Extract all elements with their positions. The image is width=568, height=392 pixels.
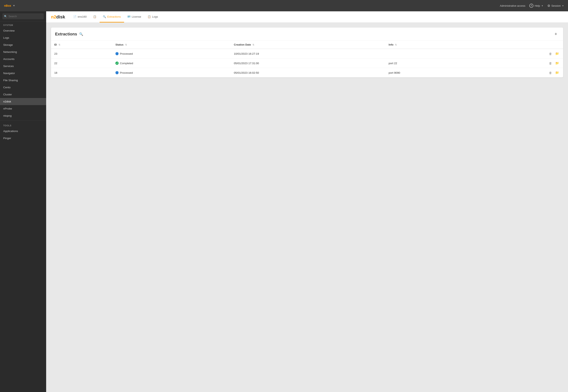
session-button[interactable]: ⚙ Session ▼ (547, 4, 564, 8)
delete-icon[interactable]: 🗑 (548, 61, 553, 65)
status-badge: ✓Completed (115, 62, 133, 65)
tab-ens160-label: ens160 (78, 15, 87, 18)
logs-tab-icon: 📋 (148, 15, 151, 18)
topbar: nBox ▼ Administrative access ? Help ▼ ⚙ … (0, 0, 568, 11)
col-header-id[interactable]: ID ⇅ (51, 41, 112, 49)
sort-date-icon: ⇅ (252, 43, 254, 46)
cell-status: ✓Completed (112, 58, 231, 68)
tab-ens160[interactable]: 📄 ens160 (70, 11, 90, 23)
sidebar-item-storage[interactable]: Storage (0, 41, 46, 48)
tab-extractions-label: Extractions (107, 15, 121, 18)
brand-prefix: nBox (4, 4, 11, 7)
search-icon: 🔍 (4, 15, 7, 18)
col-info-label: Info (389, 43, 393, 46)
gear-icon: ⚙ (547, 4, 550, 8)
content-area: Extractions 🔍 + ID ⇅ Status (46, 23, 568, 392)
sidebar-search-area: 🔍 (0, 11, 46, 21)
status-text: Processed (120, 71, 133, 74)
search-input[interactable] (2, 13, 44, 19)
table-body: 23👤Processed10/01/2023 16:27:19🗑📁22✓Comp… (51, 49, 563, 77)
help-button[interactable]: ? Help ▼ (529, 4, 543, 8)
sidebar-item-n2disk[interactable]: n2disk (0, 98, 46, 105)
help-icon: ? (529, 4, 533, 8)
table-row: 18👤Processed05/01/2023 16:02:50port 9090… (51, 68, 563, 78)
brand-dropdown-icon[interactable]: ▼ (13, 4, 15, 7)
help-caret-icon: ▼ (541, 5, 543, 7)
sidebar-item-applications[interactable]: Applications (0, 127, 46, 135)
table-header: ID ⇅ Status ⇅ Creation Date ⇅ (51, 41, 563, 49)
admin-access-label: Administrative access (500, 4, 525, 7)
status-badge: 👤Processed (115, 52, 133, 55)
cell-info: port 9090 (385, 68, 474, 78)
copy-tab-icon: 📋 (93, 15, 96, 18)
sidebar-item-cluster[interactable]: Cluster (0, 91, 46, 98)
col-header-status[interactable]: Status ⇅ (112, 41, 231, 49)
cell-actions: 🗑📁 (474, 49, 563, 58)
delete-icon[interactable]: 🗑 (548, 71, 553, 75)
folder-icon[interactable]: 📁 (554, 51, 560, 56)
sidebar: 🔍 System Overview Logs Storage Networkin… (0, 11, 46, 392)
ens160-tab-icon: 📄 (73, 15, 77, 18)
topbar-brand-area: nBox ▼ (4, 4, 15, 7)
table-row: 23👤Processed10/01/2023 16:27:19🗑📁 (51, 49, 563, 58)
topbar-right-actions: Administrative access ? Help ▼ ⚙ Session… (500, 4, 564, 8)
cell-status: 👤Processed (112, 49, 231, 58)
license-tab-icon: 🪪 (127, 15, 131, 18)
sidebar-item-file-sharing[interactable]: File Sharing (0, 77, 46, 84)
search-title-icon[interactable]: 🔍 (79, 32, 83, 36)
sidebar-item-overview[interactable]: Overview (0, 27, 46, 34)
extractions-card: Extractions 🔍 + ID ⇅ Status (51, 28, 563, 77)
app-logo: n2disk (51, 14, 65, 20)
sidebar-section-system: System (0, 21, 46, 27)
folder-icon[interactable]: 📁 (554, 61, 560, 65)
col-header-info[interactable]: Info ⇅ (385, 41, 474, 49)
cell-id: 22 (51, 58, 112, 68)
status-icon: 👤 (115, 52, 119, 55)
cell-info (385, 49, 474, 58)
sidebar-item-logs[interactable]: Logs (0, 34, 46, 41)
app-header: n2disk 📄 ens160 📋 🔍 Extractions 🪪 Licens… (46, 11, 568, 23)
tab-copy[interactable]: 📋 (90, 11, 100, 23)
tab-logs[interactable]: 📋 Logs (144, 11, 161, 23)
cell-status: 👤Processed (112, 68, 231, 78)
add-extraction-button[interactable]: + (553, 31, 559, 37)
sidebar-item-networking[interactable]: Networking (0, 48, 46, 56)
sidebar-item-nprobe[interactable]: nProbe (0, 105, 46, 112)
status-icon: 👤 (115, 71, 119, 74)
extractions-table: ID ⇅ Status ⇅ Creation Date ⇅ (51, 41, 563, 77)
col-header-actions (474, 41, 563, 49)
tab-extractions[interactable]: 🔍 Extractions (100, 11, 124, 23)
row-actions: 🗑📁 (477, 70, 560, 75)
sidebar-item-services[interactable]: Services (0, 63, 46, 70)
sort-id-icon: ⇅ (58, 43, 60, 46)
cell-id: 18 (51, 68, 112, 78)
main-content: n2disk 📄 ens160 📋 🔍 Extractions 🪪 Licens… (46, 11, 568, 392)
sidebar-item-pinger[interactable]: Pinger (0, 135, 46, 142)
sidebar-item-cento[interactable]: Cento (0, 84, 46, 91)
search-wrap: 🔍 (2, 13, 44, 19)
layout: 🔍 System Overview Logs Storage Networkin… (0, 11, 568, 392)
col-header-creation-date[interactable]: Creation Date ⇅ (231, 41, 385, 49)
status-icon: ✓ (115, 62, 119, 65)
extractions-tab-icon: 🔍 (103, 15, 106, 18)
card-title: Extractions 🔍 (55, 32, 83, 36)
brand-name-nbox: nBox (4, 4, 11, 7)
col-id-label: ID (54, 43, 57, 46)
row-actions: 🗑📁 (477, 51, 560, 56)
folder-icon[interactable]: 📁 (554, 70, 560, 75)
delete-icon[interactable]: 🗑 (548, 52, 553, 56)
tab-license[interactable]: 🪪 License (124, 11, 145, 23)
status-badge: 👤Processed (115, 71, 133, 74)
table-header-row: ID ⇅ Status ⇅ Creation Date ⇅ (51, 41, 563, 49)
sidebar-section-tools: Tools (0, 122, 46, 127)
nav-tabs: 📄 ens160 📋 🔍 Extractions 🪪 License 📋 Log… (70, 11, 161, 23)
cell-info: port 22 (385, 58, 474, 68)
extractions-title-text: Extractions (55, 32, 77, 36)
cell-id: 23 (51, 49, 112, 58)
cell-creation-date: 10/01/2023 16:27:19 (231, 49, 385, 58)
sidebar-item-accounts[interactable]: Accounts (0, 56, 46, 63)
tab-license-label: License (132, 15, 141, 18)
cell-actions: 🗑📁 (474, 58, 563, 68)
sidebar-item-ntopng[interactable]: ntopng (0, 112, 46, 119)
sidebar-item-navigator[interactable]: Navigator (0, 70, 46, 77)
